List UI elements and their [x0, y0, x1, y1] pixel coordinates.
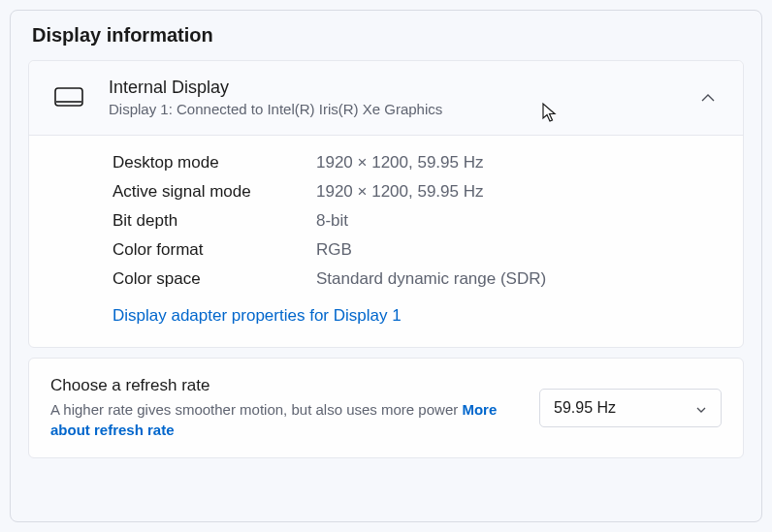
refresh-rate-description: A higher rate gives smoother motion, but… — [50, 399, 520, 440]
display-header-text: Internal Display Display 1: Connected to… — [109, 77, 700, 119]
detail-value: 1920 × 1200, 59.95 Hz — [316, 182, 484, 202]
detail-label: Active signal mode — [113, 182, 316, 202]
display-information-panel: Display information Internal Display Dis… — [10, 10, 762, 522]
detail-row-bit-depth: Bit depth 8-bit — [113, 211, 722, 231]
refresh-rate-text: Choose a refresh rate A higher rate give… — [50, 376, 539, 440]
chevron-down-icon — [695, 402, 707, 414]
display-title: Internal Display — [109, 77, 700, 99]
adapter-link-row: Display adapter properties for Display 1 — [113, 306, 722, 326]
detail-label: Desktop mode — [113, 153, 316, 172]
detail-row-color-space: Color space Standard dynamic range (SDR) — [113, 269, 722, 289]
refresh-rate-dropdown[interactable]: 59.95 Hz — [539, 389, 722, 427]
refresh-rate-title: Choose a refresh rate — [50, 376, 520, 395]
section-title: Display information — [28, 24, 744, 47]
detail-value: 8-bit — [316, 211, 348, 231]
monitor-icon — [54, 87, 83, 109]
refresh-rate-value: 59.95 Hz — [554, 399, 616, 417]
detail-row-color-format: Color format RGB — [113, 240, 722, 260]
display-adapter-link[interactable]: Display adapter properties for Display 1 — [113, 306, 402, 325]
chevron-up-icon — [700, 90, 716, 106]
display-header[interactable]: Internal Display Display 1: Connected to… — [29, 61, 743, 136]
display-details: Desktop mode 1920 × 1200, 59.95 Hz Activ… — [29, 136, 743, 347]
svg-rect-0 — [55, 88, 82, 106]
display-info-card: Internal Display Display 1: Connected to… — [28, 60, 744, 348]
detail-value: RGB — [316, 240, 352, 260]
detail-label: Color format — [113, 240, 316, 260]
display-subtitle: Display 1: Connected to Intel(R) Iris(R)… — [109, 99, 700, 119]
detail-label: Color space — [113, 269, 316, 289]
detail-value: Standard dynamic range (SDR) — [316, 269, 546, 289]
refresh-rate-card: Choose a refresh rate A higher rate give… — [28, 358, 744, 458]
detail-label: Bit depth — [113, 211, 316, 231]
refresh-rate-desc-text: A higher rate gives smoother motion, but… — [50, 401, 462, 418]
detail-row-desktop-mode: Desktop mode 1920 × 1200, 59.95 Hz — [113, 153, 722, 172]
detail-value: 1920 × 1200, 59.95 Hz — [316, 153, 484, 172]
detail-row-active-signal: Active signal mode 1920 × 1200, 59.95 Hz — [113, 182, 722, 202]
